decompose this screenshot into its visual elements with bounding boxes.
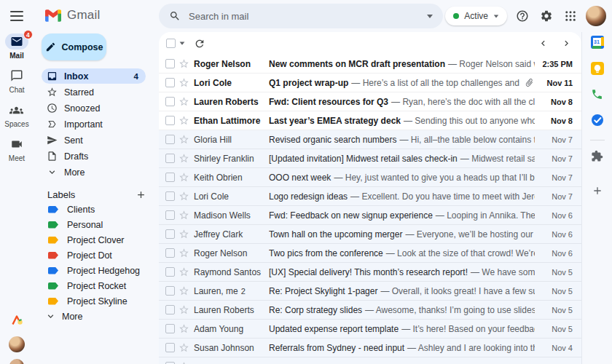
star-icon[interactable]	[178, 58, 189, 69]
rail-item-chat[interactable]: Chat	[5, 68, 28, 94]
star-icon[interactable]	[178, 342, 189, 353]
search-icon	[169, 10, 181, 22]
newer-page-button[interactable]	[538, 38, 549, 49]
main-menu-icon[interactable]	[8, 9, 26, 23]
star-icon[interactable]	[178, 77, 189, 88]
row-checkbox[interactable]	[165, 78, 175, 87]
sidebar-item-snoozed[interactable]: Snoozed	[42, 100, 146, 116]
addon-app-logo-icon[interactable]	[10, 314, 24, 327]
keep-button[interactable]	[591, 62, 604, 75]
mail-row[interactable]: Raymond Santos [UX] Special delivery! Th…	[159, 263, 581, 282]
mail-row[interactable]	[159, 357, 581, 364]
star-icon[interactable]	[178, 323, 189, 334]
mail-row[interactable]: Susan Johnson Referrals from Sydney - ne…	[159, 339, 581, 357]
select-all-checkbox[interactable]	[166, 39, 176, 48]
mail-row[interactable]: Lori Cole Logo redesign ideas— Excellent…	[159, 187, 581, 206]
settings-button[interactable]	[538, 7, 555, 25]
sidebar-item-more[interactable]: More	[42, 165, 146, 180]
profile-avatar[interactable]	[586, 6, 606, 26]
row-checkbox[interactable]	[165, 135, 175, 144]
sidebar-label[interactable]: Project Rocket	[34, 278, 159, 293]
star-icon[interactable]	[178, 361, 189, 364]
row-checkbox[interactable]	[165, 154, 175, 163]
rail-item-meet[interactable]: Meet	[5, 136, 28, 162]
sidebar-label[interactable]: Clients	[34, 202, 159, 217]
status-chip[interactable]: Active	[445, 7, 507, 25]
mail-row[interactable]: Keith Obrien OOO next week— Hey, just wa…	[159, 168, 581, 187]
star-icon[interactable]	[178, 285, 189, 296]
mail-row[interactable]: Ethan Lattimore Last year’s EMEA strateg…	[159, 111, 581, 130]
row-checkbox[interactable]	[165, 191, 175, 201]
row-checkbox[interactable]	[165, 286, 175, 296]
row-date: Nov 5	[535, 287, 573, 296]
sidebar-label[interactable]: Project Hedgehog	[34, 263, 159, 278]
star-icon[interactable]	[178, 153, 189, 164]
row-checkbox[interactable]	[165, 173, 175, 182]
star-icon[interactable]	[178, 115, 189, 126]
search-bar[interactable]	[159, 4, 443, 28]
sidebar-item-sent[interactable]: Sent	[42, 132, 146, 148]
sidebar-label[interactable]: Project Dot	[34, 248, 159, 263]
star-icon[interactable]	[178, 172, 189, 183]
star-icon[interactable]	[178, 229, 189, 240]
mail-row[interactable]: Jeffrey Clark Town hall on the upcoming …	[159, 225, 581, 244]
row-subject-snippet: Two pics from the conference— Look at th…	[269, 248, 535, 258]
select-options-caret-icon[interactable]	[180, 41, 185, 44]
star-icon[interactable]	[178, 134, 189, 145]
star-icon[interactable]	[178, 266, 189, 277]
sidebar-label[interactable]: Project Clover	[34, 232, 159, 248]
mail-row[interactable]: Roger Nelson New comments on MCR draft p…	[159, 55, 581, 74]
sidebar-label[interactable]: Project Skyline	[34, 293, 159, 309]
row-checkbox[interactable]	[165, 229, 175, 239]
sidebar-label[interactable]: Personal	[34, 217, 159, 232]
row-checkbox[interactable]	[165, 97, 175, 106]
row-checkbox[interactable]	[165, 248, 175, 258]
label-tag-icon	[48, 206, 58, 213]
tasks-button[interactable]	[591, 114, 604, 127]
star-icon[interactable]	[178, 96, 189, 107]
add-panel-app-button[interactable]	[592, 185, 603, 197]
sidebar-item-important[interactable]: Important	[42, 116, 146, 132]
labels-more[interactable]: More	[34, 309, 159, 324]
sidebar-item-starred[interactable]: Starred	[42, 84, 146, 100]
search-options-caret-icon[interactable]	[427, 15, 433, 18]
mail-row[interactable]: Lori Cole Q1 project wrap-up— Here’s a l…	[159, 74, 581, 92]
row-checkbox[interactable]	[165, 59, 175, 68]
star-icon[interactable]	[178, 210, 189, 221]
mail-row[interactable]: Lauren, me2 Re: Project Skylight 1-pager…	[159, 282, 581, 301]
older-page-button[interactable]	[561, 38, 572, 49]
row-checkbox[interactable]	[165, 267, 175, 277]
mail-row[interactable]: Lauren Roberts Re: Corp strategy slides—…	[159, 301, 581, 320]
help-button[interactable]	[514, 7, 531, 25]
contact-avatar-partial[interactable]	[9, 359, 24, 364]
compose-button[interactable]: Compose	[42, 33, 106, 60]
sidebar-item-drafts[interactable]: Drafts	[42, 149, 146, 164]
mail-row[interactable]: Madison Wells Fwd: Feedback on new signu…	[159, 206, 581, 225]
row-checkbox[interactable]	[165, 116, 175, 125]
get-addons-button[interactable]	[591, 150, 603, 162]
row-subject: Logo redesign ideas	[269, 191, 348, 202]
mail-row[interactable]: Roger Nelson Two pics from the conferenc…	[159, 244, 581, 263]
star-icon[interactable]	[178, 248, 189, 258]
mail-row[interactable]: Shirley Franklin [Updated invitation] Mi…	[159, 149, 581, 168]
refresh-button[interactable]	[194, 38, 205, 50]
rail-item-spaces[interactable]: Spaces	[4, 102, 28, 128]
row-checkbox[interactable]	[165, 343, 175, 352]
star-icon[interactable]	[178, 304, 189, 315]
row-sender: Ethan Lattimore	[194, 116, 269, 126]
apps-grid-button[interactable]	[562, 7, 579, 25]
star-icon[interactable]	[178, 191, 189, 202]
mail-row[interactable]: Adam Young Updated expense report templa…	[159, 320, 581, 339]
row-checkbox[interactable]	[165, 324, 175, 333]
rail-item-mail[interactable]: 4 Mail	[5, 33, 28, 60]
mail-row[interactable]: Lauren Roberts Fwd: Client resources for…	[159, 92, 581, 111]
sidebar-item-inbox[interactable]: Inbox 4	[42, 68, 146, 84]
voice-button[interactable]	[591, 88, 603, 100]
mail-row[interactable]: Gloria Hill Revised organic search numbe…	[159, 130, 581, 149]
calendar-button[interactable]: 31	[591, 36, 604, 49]
search-input[interactable]	[189, 11, 419, 22]
row-checkbox[interactable]	[165, 305, 175, 314]
add-label-icon[interactable]	[136, 189, 146, 200]
contact-avatar[interactable]	[9, 336, 25, 352]
row-checkbox[interactable]	[165, 210, 175, 220]
